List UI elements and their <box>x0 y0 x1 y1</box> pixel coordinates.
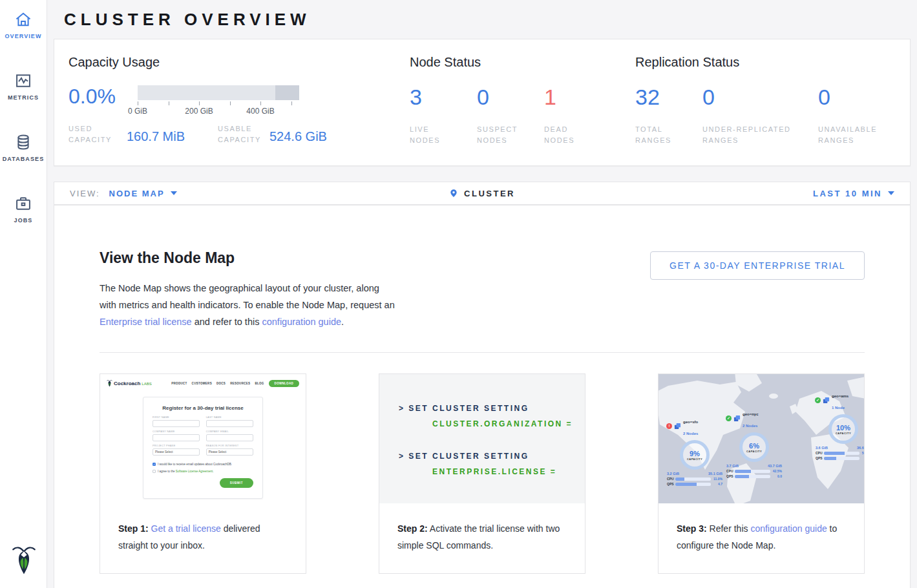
used-gib: 3.7 GiB <box>726 464 739 468</box>
dead-nodes-stat: 1 DEAD NODES <box>544 85 611 146</box>
mini-nav-item: BLOG <box>255 382 264 385</box>
first-name-field <box>153 420 200 427</box>
sql-command: > SET CLUSTER SETTING <box>399 452 585 461</box>
capacity-axis-ticks <box>138 100 299 105</box>
step3-caption: Step 3: Refer this configuration guide t… <box>659 503 864 573</box>
step-number: Step 3: <box>677 523 707 534</box>
node-status-title: Node Status <box>410 55 635 70</box>
step2-caption: Step 2: Activate the trial license with … <box>379 503 585 573</box>
company-email-field <box>206 434 253 441</box>
step1-caption: Step 1: Get a trial license delivered st… <box>100 503 306 573</box>
under-replicated-ranges-label: UNDER-REPLICATED RANGES <box>702 124 809 146</box>
step1-card: Cockroach LABS PRODUCT CUSTOMERS DOCS RE… <box>100 373 306 574</box>
locality-node-count: 2 Nodes <box>743 424 757 428</box>
description-text: . <box>341 317 344 327</box>
view-selector-dropdown[interactable]: NODE MAP <box>109 189 177 198</box>
live-nodes-stat: 3 LIVE NODES <box>410 85 477 146</box>
divider <box>100 352 865 353</box>
sidebar: OVERVIEW METRICS DATABASES <box>0 0 47 588</box>
license-agreement-checkbox <box>153 470 156 473</box>
node-map-locality-ams: ✓ geo=ams 1 Node 10% CAPACITY <box>812 388 864 460</box>
sidebar-item-label: OVERVIEW <box>0 33 47 39</box>
sidebar-item-jobs[interactable]: JOBS <box>0 185 47 230</box>
suspect-nodes-value: 0 <box>477 85 538 109</box>
node-status-section: Node Status 3 LIVE NODES 0 SUSPECT NODES… <box>410 55 635 146</box>
live-nodes-value: 3 <box>410 85 470 109</box>
field-label: COMPANY EMAIL <box>206 430 253 433</box>
step-number: Step 1: <box>118 523 149 534</box>
sidebar-item-metrics[interactable]: METRICS <box>0 63 47 107</box>
enterprise-trial-license-link[interactable]: Enterprise trial license <box>100 317 192 327</box>
project-phase-select: Please Select <box>153 448 200 456</box>
time-range-dropdown[interactable]: LAST 10 MIN <box>813 189 894 198</box>
capacity-percent: 0.0% <box>69 85 138 107</box>
main-content: CLUSTER OVERVIEW Capacity Usage 0.0% <box>47 0 917 588</box>
cpu-meter: CPU 58.3% <box>812 451 864 455</box>
live-nodes-label: LIVE NODES <box>410 124 455 146</box>
total-gib: 35.1 GiB <box>708 472 722 476</box>
axis-label: 0 GiB <box>128 107 147 116</box>
sql-setting: CLUSTER.ORGANIZATION = <box>432 419 585 428</box>
metrics-icon <box>0 72 47 90</box>
sidebar-item-overview[interactable]: OVERVIEW <box>0 0 47 46</box>
page-title: CLUSTER OVERVIEW <box>54 0 911 39</box>
total-gib: 36.6 GiB <box>857 446 864 450</box>
sidebar-item-label: JOBS <box>0 217 47 224</box>
axis-label: 200 GiB <box>185 107 213 116</box>
used-gib: 3.6 GiB <box>816 446 828 450</box>
unavailable-ranges-value: 0 <box>818 85 889 109</box>
capacity-usage-section: Capacity Usage 0.0% 0 GiB 200 Gi <box>69 55 410 146</box>
email-updates-checkbox: ✓ <box>153 463 156 466</box>
locality-node-count: 1 Node <box>832 406 845 410</box>
trial-registration-form: Register for a 30-day trial license FIRS… <box>143 397 263 499</box>
field-label: LAST NAME <box>206 416 253 419</box>
node-map-locality-nyc: ✓ geo=nyc 2 Nodes 6% CAPACITY <box>723 406 785 478</box>
sql-commands-illustration: > SET CLUSTER SETTING CLUSTER.ORGANIZATI… <box>379 374 585 503</box>
capacity-usage-title: Capacity Usage <box>69 55 410 70</box>
used-gib: 3.2 GiB <box>667 472 679 476</box>
suspect-nodes-label: SUSPECT NODES <box>477 124 529 146</box>
qps-meter: QPS 4.7 <box>664 482 726 486</box>
used-capacity-value: 160.7 MiB <box>127 123 218 144</box>
configuration-guide-link[interactable]: configuration guide <box>750 523 827 534</box>
total-gib: 43.7 GiB <box>768 464 782 468</box>
usable-capacity-value: 524.6 GiB <box>269 123 327 144</box>
sidebar-item-label: DATABASES <box>0 156 47 162</box>
cpu-meter: CPU 42.5% <box>723 469 785 473</box>
usable-capacity-label: USABLE CAPACITY <box>218 123 269 145</box>
mini-submit-button: SUBMIT <box>220 478 253 488</box>
replication-status-section: Replication Status 32 TOTAL RANGES 0 UND… <box>635 55 896 146</box>
field-label: FIRST NAME <box>153 416 200 419</box>
chevron-down-icon <box>888 191 894 195</box>
sql-setting: ENTERPRISE.LICENSE = <box>432 467 585 476</box>
get-enterprise-trial-button[interactable]: GET A 30-DAY ENTERPRISE TRIAL <box>650 251 865 280</box>
sql-command: > SET CLUSTER SETTING <box>399 404 585 413</box>
chevron-down-icon <box>171 191 177 195</box>
sidebar-item-databases[interactable]: DATABASES <box>0 124 47 169</box>
qps-meter: QPS 8.4 <box>812 456 864 460</box>
description-text: The Node Map shows the geographical layo… <box>100 283 395 310</box>
breadcrumb: CLUSTER <box>341 187 623 199</box>
mini-nav-item: RESOURCES <box>230 382 250 385</box>
field-label: PROJECT PHASE <box>153 445 200 447</box>
step2-card: > SET CLUSTER SETTING CLUSTER.ORGANIZATI… <box>379 373 585 574</box>
status-dot-icon: ✓ <box>815 397 821 403</box>
locality-name: geo=sfo <box>683 420 698 424</box>
trial-signup-screenshot: Cockroach LABS PRODUCT CUSTOMERS DOCS RE… <box>100 374 306 503</box>
total-ranges-stat: 32 TOTAL RANGES <box>635 85 702 146</box>
used-capacity-label: USED CAPACITY <box>69 123 127 145</box>
node-map-preview: ! geo=sfo 2 Nodes 9% CAPACITY <box>659 374 864 503</box>
home-icon <box>0 10 47 28</box>
capacity-bar-chart: 0 GiB 200 GiB 400 GiB <box>138 85 299 116</box>
node-stack-icon <box>823 397 830 404</box>
configuration-guide-link[interactable]: configuration guide <box>262 317 341 327</box>
qps-meter: QPS 0.0 <box>723 474 785 478</box>
node-stack-icon <box>674 423 681 430</box>
get-trial-license-link[interactable]: Get a trial license <box>151 523 221 534</box>
brand-name: Cockroach <box>114 381 140 386</box>
panel-heading: View the Node Map <box>100 249 397 267</box>
panel-description: The Node Map shows the geographical layo… <box>100 280 397 330</box>
unavailable-ranges-stat: 0 UNAVAILABLE RANGES <box>818 85 896 146</box>
axis-label: 400 GiB <box>246 107 274 116</box>
view-label: VIEW: <box>70 189 100 198</box>
